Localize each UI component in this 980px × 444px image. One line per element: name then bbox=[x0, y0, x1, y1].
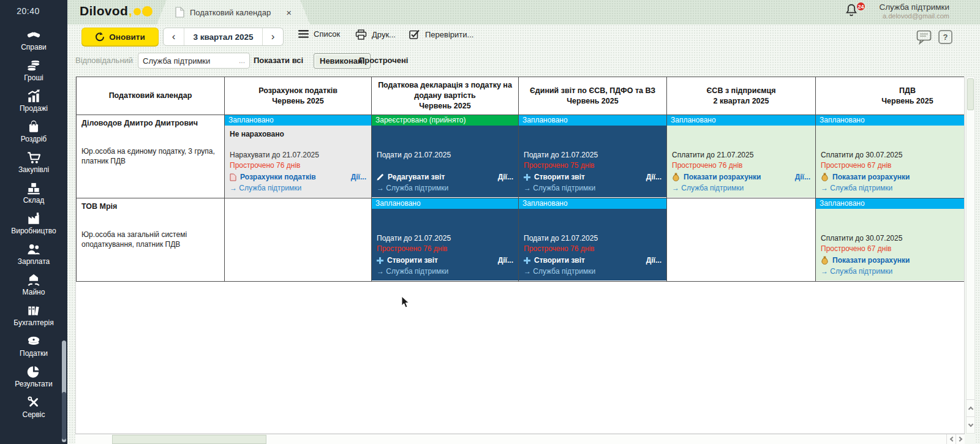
feedback-button[interactable] bbox=[916, 30, 932, 44]
sidebar-item-sklad[interactable]: Склад bbox=[0, 180, 67, 211]
show-calculations-link[interactable]: Показати розрахунки bbox=[672, 171, 761, 183]
actions-menu-link[interactable]: Дії... bbox=[646, 171, 662, 183]
filter-show-all[interactable]: Показати всі bbox=[252, 53, 304, 67]
actions-menu-link[interactable]: Дії... bbox=[498, 254, 513, 266]
warehouse-icon bbox=[26, 180, 42, 196]
sidebar-item-label: Результати bbox=[15, 380, 52, 388]
tax-cap-icon bbox=[26, 333, 42, 349]
open-tax-calc-link[interactable]: Розрахунки податків bbox=[230, 171, 316, 183]
assignee-link[interactable]: → Служба підтримки bbox=[672, 183, 810, 194]
refresh-button[interactable]: Оновити bbox=[81, 28, 159, 46]
list-view-button[interactable]: Список bbox=[298, 29, 340, 39]
sidebar-item-label: Склад bbox=[23, 197, 45, 205]
task-cell: Заплановано Не нараховано Нарахувати до … bbox=[225, 115, 372, 198]
assignee-link[interactable]: → Служба підтримки bbox=[524, 183, 662, 194]
sidebar-item-zarplata[interactable]: Зарплата bbox=[0, 241, 67, 272]
prev-period-button[interactable]: ‹ bbox=[164, 28, 184, 45]
scroll-up-button[interactable] bbox=[967, 399, 974, 416]
sidebar-item-buhgalteria[interactable]: Бухгалтерія bbox=[0, 303, 67, 333]
overdue-label: Прострочено 75 днів bbox=[524, 160, 662, 171]
task-cell: Зареєстровано (прийнято) Подати до 21.07… bbox=[372, 115, 519, 198]
taxpayer-name: ТОВ Мрія bbox=[81, 202, 219, 211]
account-info[interactable]: Служба підтримки a.delovod@gmail.com bbox=[879, 2, 949, 20]
shopping-bag-icon bbox=[26, 119, 42, 135]
scroll-left-button[interactable] bbox=[946, 434, 956, 444]
moneybag-icon bbox=[821, 256, 829, 265]
sidebar-item-label: Податки bbox=[20, 350, 48, 358]
sidebar-scrollbar[interactable] bbox=[62, 341, 66, 442]
filter-overdue[interactable]: Прострочені bbox=[358, 53, 409, 67]
vertical-scrollbar[interactable] bbox=[966, 77, 975, 434]
assignee-link[interactable]: → Служба підтримки bbox=[377, 266, 513, 277]
sidebar-item-podatky[interactable]: Податки bbox=[0, 333, 67, 364]
taxpayer-name: Діловодов Дмитро Дмитрович bbox=[81, 119, 219, 127]
print-button[interactable]: Друк... bbox=[355, 29, 396, 40]
logo-dot-large bbox=[142, 6, 153, 17]
edit-report-link[interactable]: Редагувати звіт bbox=[377, 171, 445, 183]
tab-tax-calendar[interactable]: Податковий календар × bbox=[157, 0, 310, 24]
people-icon bbox=[26, 241, 42, 257]
assignee-link[interactable]: → Служба підтримки bbox=[821, 266, 965, 277]
sidebar-item-label: Гроші bbox=[24, 74, 43, 82]
check-button[interactable]: Перевірити... bbox=[409, 29, 473, 39]
vertical-scrollbar-thumb[interactable] bbox=[967, 78, 974, 110]
actions-menu-link[interactable]: Дії... bbox=[795, 171, 810, 183]
create-report-link[interactable]: Створити звіт bbox=[524, 254, 585, 266]
task-cell: Заплановано Подати до 21.07.2025 Простро… bbox=[519, 198, 667, 281]
create-report-link[interactable]: Створити звіт bbox=[377, 254, 438, 266]
status-banner: Зареєстровано (прийнято) bbox=[372, 115, 518, 126]
sidebar-item-rezultaty[interactable]: Результати bbox=[0, 364, 67, 394]
clock: 20:40 bbox=[0, 6, 56, 16]
due-date: Подати до 21.07.2025 bbox=[377, 233, 513, 244]
scroll-right-button[interactable] bbox=[956, 434, 965, 444]
task-cell: Заплановано Сплатити до 30.07.2025 Прост… bbox=[816, 115, 965, 198]
task-cell: Заплановано Подати до 21.07.2025 Простро… bbox=[519, 115, 667, 198]
sidebar-item-rozdrib[interactable]: Роздріб bbox=[0, 119, 67, 149]
horizontal-scrollbar-thumb[interactable] bbox=[112, 435, 266, 444]
assignee-link[interactable]: → Служба підтримки bbox=[377, 183, 513, 194]
task-cell-empty bbox=[667, 198, 816, 281]
due-date: Сплатити до 30.07.2025 bbox=[821, 150, 965, 160]
sidebar: 20:40 Справи Гроші Продажі Роздріб Закуп… bbox=[0, 0, 67, 444]
period-label[interactable]: 3 квартал 2025 bbox=[184, 28, 262, 45]
sidebar-item-zakupivli[interactable]: Закупівлі bbox=[0, 149, 67, 180]
create-report-link[interactable]: Створити звіт bbox=[524, 171, 585, 183]
app-logo[interactable]: Dilovod, bbox=[80, 4, 153, 18]
scroll-down-button[interactable] bbox=[967, 416, 974, 433]
actions-menu-link[interactable]: Дії... bbox=[498, 171, 513, 183]
coins-icon bbox=[26, 58, 42, 73]
assignee-link[interactable]: → Служба підтримки bbox=[524, 266, 662, 277]
status-banner: Заплановано bbox=[816, 115, 965, 126]
show-calculations-link[interactable]: Показати розрахунки bbox=[821, 254, 910, 266]
overdue-label: Прострочено 76 днів bbox=[524, 244, 662, 254]
next-period-button[interactable]: › bbox=[262, 28, 283, 45]
sidebar-item-sprav[interactable]: Справи bbox=[0, 27, 67, 58]
account-email: a.delovod@gmail.com bbox=[879, 12, 949, 20]
help-button[interactable]: ? bbox=[938, 30, 952, 44]
show-calculations-link[interactable]: Показати розрахунки bbox=[821, 171, 910, 183]
actions-menu-link[interactable]: Дії... bbox=[646, 254, 662, 266]
assignee-link[interactable]: → Служба підтримки bbox=[230, 183, 366, 194]
overdue-label: Прострочено 67 днів bbox=[821, 244, 965, 254]
responsible-input[interactable]: Служба підтримки ... bbox=[138, 53, 250, 69]
responsible-picker-button[interactable]: ... bbox=[239, 56, 245, 65]
sidebar-item-vyrobnytstvo[interactable]: Виробництво bbox=[0, 211, 67, 241]
horizontal-scrollbar[interactable] bbox=[75, 434, 965, 444]
actions-menu-link[interactable]: Дії... bbox=[351, 171, 366, 183]
status-banner: Заплановано bbox=[372, 198, 518, 209]
task-cell-empty bbox=[225, 198, 372, 281]
sidebar-scrollbar-thumb[interactable] bbox=[62, 392, 66, 440]
document-icon bbox=[175, 7, 184, 18]
notifications-button[interactable]: 24 bbox=[843, 2, 862, 22]
sidebar-item-groshi[interactable]: Гроші bbox=[0, 58, 67, 88]
sidebar-item-prodazhi[interactable]: Продажі bbox=[0, 88, 67, 119]
close-icon[interactable]: × bbox=[286, 8, 292, 17]
check-label: Перевірити... bbox=[425, 30, 473, 39]
due-date: Подати до 21.07.2025 bbox=[377, 150, 513, 160]
table-header-row: Податковий календар Розрахунок податківЧ… bbox=[77, 77, 965, 115]
sidebar-item-servis[interactable]: Сервіс bbox=[0, 394, 67, 425]
column-header: Податковий календар bbox=[77, 77, 225, 115]
table-row: Діловодов Дмитро Дмитрович Юр.особа на є… bbox=[77, 115, 965, 198]
sidebar-item-maino[interactable]: Майно bbox=[0, 272, 67, 303]
assignee-link[interactable]: → Служба підтримки bbox=[821, 183, 965, 194]
